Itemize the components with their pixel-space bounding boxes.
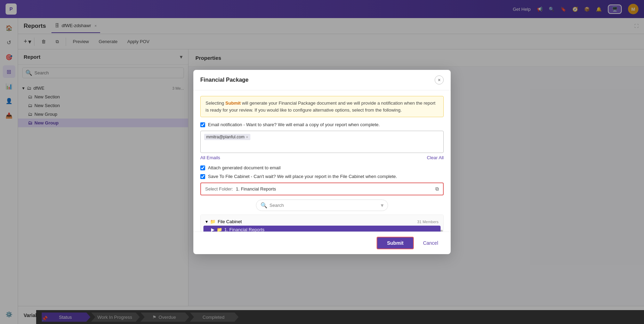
attach-document-checkbox[interactable] bbox=[200, 165, 205, 170]
folder-search-input[interactable] bbox=[269, 203, 379, 208]
file-cabinet-row: Save To File Cabinet - Can't wait? We wi… bbox=[200, 174, 444, 179]
modal-body: Selecting Submit will generate your Fina… bbox=[193, 90, 451, 232]
all-emails-link[interactable]: All Emails bbox=[200, 155, 220, 160]
folder-item-icon-1: 📁 bbox=[217, 227, 222, 232]
folder-search-box[interactable]: 🔍 ▾ bbox=[256, 200, 388, 211]
info-bold-text: Submit bbox=[225, 100, 241, 106]
modal-overlay: Financial Package × Selecting Submit wil… bbox=[0, 0, 644, 324]
modal-close-button[interactable]: × bbox=[435, 75, 444, 84]
info-banner: Selecting Submit will generate your Fina… bbox=[200, 96, 444, 117]
folder-search-icon: 🔍 bbox=[260, 202, 267, 209]
attach-document-row: Attach generated document to email bbox=[200, 165, 444, 170]
folder-select-box: Select Folder: 1. Financial Reports ⧉ bbox=[200, 183, 444, 195]
folder-item-toggle-1[interactable]: ▶ bbox=[211, 227, 215, 232]
clear-all-link[interactable]: Clear All bbox=[427, 155, 444, 160]
email-tag-remove-icon[interactable]: × bbox=[246, 135, 248, 139]
email-notification-checkbox[interactable] bbox=[200, 122, 205, 127]
modal-footer: Submit Cancel bbox=[193, 232, 451, 254]
file-cabinet-label: Save To File Cabinet - Can't wait? We wi… bbox=[208, 174, 397, 179]
folder-item-label-1: 1. Financial Reports bbox=[224, 227, 265, 232]
email-tag-value: mmitra@planful.com bbox=[206, 135, 244, 139]
email-tag: mmitra@planful.com × bbox=[204, 134, 250, 140]
folder-external-link-icon[interactable]: ⧉ bbox=[435, 186, 439, 192]
attach-document-label: Attach generated document to email bbox=[208, 165, 281, 170]
folder-search-dropdown-icon[interactable]: ▾ bbox=[381, 202, 384, 209]
folder-root-label: File Cabinet bbox=[218, 219, 242, 224]
folder-tree-scrollbar[interactable] bbox=[441, 230, 443, 232]
folder-item-financial-reports[interactable]: ▶ 📁 1. Financial Reports bbox=[203, 226, 441, 232]
financial-package-modal: Financial Package × Selecting Submit wil… bbox=[193, 70, 451, 254]
folder-tree: ▾ 📁 File Cabinet 31 Members ▶ 📁 1. Finan… bbox=[200, 214, 444, 232]
folder-tree-root[interactable]: ▾ 📁 File Cabinet 31 Members bbox=[203, 218, 441, 226]
folder-root-count: 31 Members bbox=[417, 220, 438, 224]
modal-title: Financial Package bbox=[200, 77, 249, 83]
email-notification-label: Email notification - Want to share? We w… bbox=[208, 122, 380, 127]
email-links: All Emails Clear All bbox=[200, 155, 444, 160]
folder-select-value: 1. Financial Reports bbox=[236, 186, 433, 192]
folder-select-label: Select Folder: bbox=[205, 186, 233, 192]
folder-root-toggle[interactable]: ▾ bbox=[206, 219, 208, 224]
submit-button[interactable]: Submit bbox=[377, 237, 414, 249]
file-cabinet-checkbox[interactable] bbox=[200, 174, 205, 179]
modal-header: Financial Package × bbox=[193, 70, 451, 90]
folder-root-icon: 📁 bbox=[210, 219, 216, 224]
cancel-button[interactable]: Cancel bbox=[417, 237, 444, 249]
email-notification-row: Email notification - Want to share? We w… bbox=[200, 122, 444, 127]
email-input-box[interactable]: mmitra@planful.com × bbox=[200, 131, 444, 153]
info-text-before: Selecting bbox=[206, 100, 225, 106]
